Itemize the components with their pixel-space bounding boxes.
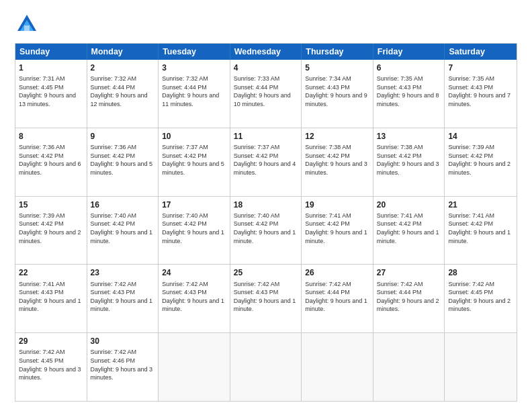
calendar-day-3: 3Sunrise: 7:32 AMSunset: 4:44 PMDaylight… bbox=[159, 60, 230, 128]
day-number: 2 bbox=[91, 62, 155, 73]
day-number: 4 bbox=[234, 62, 298, 73]
calendar-row-5: 29Sunrise: 7:42 AMSunset: 4:45 PMDayligh… bbox=[15, 333, 517, 401]
day-info: Sunrise: 7:40 AMSunset: 4:42 PMDaylight:… bbox=[234, 212, 298, 245]
calendar-row-3: 15Sunrise: 7:39 AMSunset: 4:42 PMDayligh… bbox=[15, 197, 517, 265]
calendar-day-18: 18Sunrise: 7:40 AMSunset: 4:42 PMDayligh… bbox=[230, 197, 302, 265]
header-day-thursday: Thursday bbox=[302, 44, 373, 60]
day-info: Sunrise: 7:42 AMSunset: 4:44 PMDaylight:… bbox=[377, 280, 441, 314]
calendar-day-empty bbox=[159, 333, 230, 401]
calendar-day-10: 10Sunrise: 7:37 AMSunset: 4:42 PMDayligh… bbox=[159, 128, 230, 196]
day-info: Sunrise: 7:42 AMSunset: 4:46 PMDaylight:… bbox=[91, 348, 155, 381]
day-info: Sunrise: 7:39 AMSunset: 4:42 PMDaylight:… bbox=[19, 212, 83, 245]
calendar-day-29: 29Sunrise: 7:42 AMSunset: 4:45 PMDayligh… bbox=[15, 333, 87, 401]
calendar-day-25: 25Sunrise: 7:42 AMSunset: 4:43 PMDayligh… bbox=[230, 265, 302, 332]
calendar-day-22: 22Sunrise: 7:41 AMSunset: 4:43 PMDayligh… bbox=[15, 265, 87, 332]
calendar-body: 1Sunrise: 7:31 AMSunset: 4:45 PMDaylight… bbox=[15, 60, 517, 401]
calendar: SundayMondayTuesdayWednesdayThursdayFrid… bbox=[15, 43, 517, 402]
calendar-day-30: 30Sunrise: 7:42 AMSunset: 4:46 PMDayligh… bbox=[87, 333, 159, 401]
calendar-day-4: 4Sunrise: 7:33 AMSunset: 4:44 PMDaylight… bbox=[230, 60, 302, 128]
calendar-day-empty bbox=[373, 333, 445, 401]
day-info: Sunrise: 7:41 AMSunset: 4:42 PMDaylight:… bbox=[305, 212, 369, 245]
day-number: 3 bbox=[162, 62, 226, 73]
calendar-day-empty bbox=[302, 333, 373, 401]
day-number: 10 bbox=[162, 131, 226, 142]
calendar-day-empty bbox=[445, 333, 517, 401]
day-number: 18 bbox=[234, 199, 298, 210]
calendar-row-4: 22Sunrise: 7:41 AMSunset: 4:43 PMDayligh… bbox=[15, 265, 517, 333]
day-number: 14 bbox=[448, 131, 513, 142]
header-day-wednesday: Wednesday bbox=[230, 44, 302, 60]
day-info: Sunrise: 7:38 AMSunset: 4:42 PMDaylight:… bbox=[305, 143, 369, 177]
day-info: Sunrise: 7:41 AMSunset: 4:42 PMDaylight:… bbox=[448, 212, 513, 245]
calendar-row-2: 8Sunrise: 7:36 AMSunset: 4:42 PMDaylight… bbox=[15, 128, 517, 197]
day-number: 23 bbox=[91, 267, 155, 278]
day-number: 6 bbox=[377, 62, 441, 73]
day-number: 29 bbox=[19, 336, 83, 347]
day-info: Sunrise: 7:39 AMSunset: 4:42 PMDaylight:… bbox=[448, 143, 513, 177]
day-number: 20 bbox=[377, 199, 441, 210]
calendar-day-20: 20Sunrise: 7:41 AMSunset: 4:42 PMDayligh… bbox=[373, 197, 445, 265]
day-info: Sunrise: 7:32 AMSunset: 4:44 PMDaylight:… bbox=[162, 75, 226, 108]
day-info: Sunrise: 7:40 AMSunset: 4:42 PMDaylight:… bbox=[91, 212, 155, 245]
calendar-day-27: 27Sunrise: 7:42 AMSunset: 4:44 PMDayligh… bbox=[373, 265, 445, 332]
calendar-header: SundayMondayTuesdayWednesdayThursdayFrid… bbox=[15, 44, 517, 60]
calendar-row-1: 1Sunrise: 7:31 AMSunset: 4:45 PMDaylight… bbox=[15, 60, 517, 128]
calendar-day-16: 16Sunrise: 7:40 AMSunset: 4:42 PMDayligh… bbox=[87, 197, 159, 265]
calendar-day-5: 5Sunrise: 7:34 AMSunset: 4:43 PMDaylight… bbox=[302, 60, 373, 128]
day-number: 24 bbox=[162, 267, 226, 278]
svg-rect-2 bbox=[24, 26, 30, 31]
logo-icon bbox=[15, 12, 39, 36]
header-day-friday: Friday bbox=[373, 44, 445, 60]
day-info: Sunrise: 7:31 AMSunset: 4:45 PMDaylight:… bbox=[19, 75, 83, 108]
day-number: 12 bbox=[305, 131, 369, 142]
calendar-day-1: 1Sunrise: 7:31 AMSunset: 4:45 PMDaylight… bbox=[15, 60, 87, 128]
calendar-day-26: 26Sunrise: 7:42 AMSunset: 4:44 PMDayligh… bbox=[302, 265, 373, 332]
page-header bbox=[15, 12, 517, 36]
day-number: 8 bbox=[19, 131, 83, 142]
day-info: Sunrise: 7:41 AMSunset: 4:43 PMDaylight:… bbox=[19, 280, 83, 314]
day-info: Sunrise: 7:40 AMSunset: 4:42 PMDaylight:… bbox=[162, 212, 226, 245]
day-number: 11 bbox=[234, 131, 298, 142]
day-number: 16 bbox=[91, 199, 155, 210]
header-day-monday: Monday bbox=[87, 44, 159, 60]
day-number: 21 bbox=[448, 199, 513, 210]
day-info: Sunrise: 7:42 AMSunset: 4:43 PMDaylight:… bbox=[91, 280, 155, 314]
calendar-day-14: 14Sunrise: 7:39 AMSunset: 4:42 PMDayligh… bbox=[445, 128, 517, 196]
calendar-day-12: 12Sunrise: 7:38 AMSunset: 4:42 PMDayligh… bbox=[302, 128, 373, 196]
day-info: Sunrise: 7:42 AMSunset: 4:43 PMDaylight:… bbox=[162, 280, 226, 314]
day-info: Sunrise: 7:37 AMSunset: 4:42 PMDaylight:… bbox=[234, 143, 298, 177]
day-number: 26 bbox=[305, 267, 369, 278]
calendar-day-6: 6Sunrise: 7:35 AMSunset: 4:43 PMDaylight… bbox=[373, 60, 445, 128]
calendar-day-7: 7Sunrise: 7:35 AMSunset: 4:43 PMDaylight… bbox=[445, 60, 517, 128]
day-number: 30 bbox=[91, 336, 155, 347]
calendar-day-19: 19Sunrise: 7:41 AMSunset: 4:42 PMDayligh… bbox=[302, 197, 373, 265]
day-number: 28 bbox=[448, 267, 513, 278]
day-number: 5 bbox=[305, 62, 369, 73]
calendar-day-8: 8Sunrise: 7:36 AMSunset: 4:42 PMDaylight… bbox=[15, 128, 87, 196]
day-info: Sunrise: 7:37 AMSunset: 4:42 PMDaylight:… bbox=[162, 143, 226, 177]
calendar-day-23: 23Sunrise: 7:42 AMSunset: 4:43 PMDayligh… bbox=[87, 265, 159, 332]
day-number: 7 bbox=[448, 62, 513, 73]
header-day-sunday: Sunday bbox=[15, 44, 87, 60]
day-info: Sunrise: 7:41 AMSunset: 4:42 PMDaylight:… bbox=[377, 212, 441, 245]
logo bbox=[15, 12, 42, 36]
day-number: 9 bbox=[91, 131, 155, 142]
day-number: 13 bbox=[377, 131, 441, 142]
day-info: Sunrise: 7:42 AMSunset: 4:44 PMDaylight:… bbox=[305, 280, 369, 314]
day-info: Sunrise: 7:42 AMSunset: 4:43 PMDaylight:… bbox=[234, 280, 298, 314]
day-number: 19 bbox=[305, 199, 369, 210]
day-info: Sunrise: 7:33 AMSunset: 4:44 PMDaylight:… bbox=[234, 75, 298, 108]
calendar-day-28: 28Sunrise: 7:42 AMSunset: 4:45 PMDayligh… bbox=[445, 265, 517, 332]
calendar-day-11: 11Sunrise: 7:37 AMSunset: 4:42 PMDayligh… bbox=[230, 128, 302, 196]
day-number: 25 bbox=[234, 267, 298, 278]
day-info: Sunrise: 7:38 AMSunset: 4:42 PMDaylight:… bbox=[377, 143, 441, 177]
day-info: Sunrise: 7:35 AMSunset: 4:43 PMDaylight:… bbox=[448, 75, 513, 108]
day-number: 1 bbox=[19, 62, 83, 73]
calendar-day-empty bbox=[230, 333, 302, 401]
day-info: Sunrise: 7:34 AMSunset: 4:43 PMDaylight:… bbox=[305, 75, 369, 108]
calendar-day-21: 21Sunrise: 7:41 AMSunset: 4:42 PMDayligh… bbox=[445, 197, 517, 265]
day-info: Sunrise: 7:36 AMSunset: 4:42 PMDaylight:… bbox=[91, 143, 155, 177]
day-info: Sunrise: 7:36 AMSunset: 4:42 PMDaylight:… bbox=[19, 143, 83, 177]
header-day-tuesday: Tuesday bbox=[159, 44, 230, 60]
day-info: Sunrise: 7:32 AMSunset: 4:44 PMDaylight:… bbox=[91, 75, 155, 108]
